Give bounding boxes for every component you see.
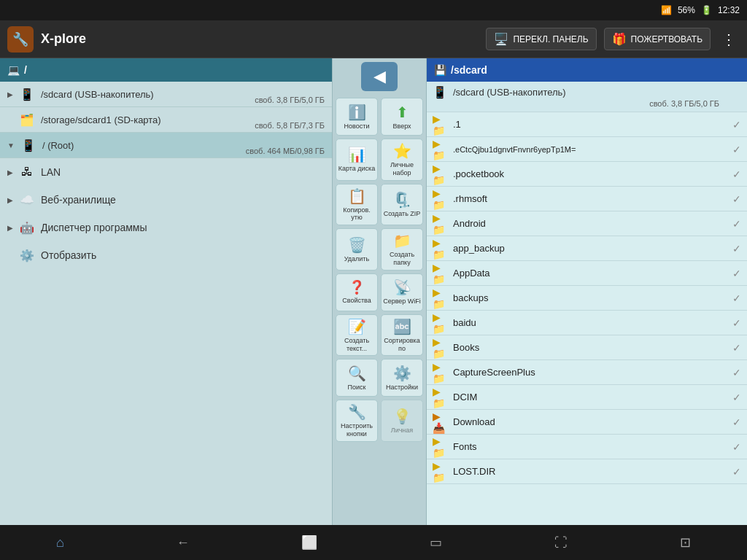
right-item-fonts[interactable]: ▶ 📁 Fonts ✓	[427, 435, 747, 459]
tool-newfolder[interactable]: 📁 Создать папку	[381, 228, 423, 271]
folder-icon: ▶ 📁	[433, 267, 447, 280]
right-item-label: .1	[453, 119, 727, 130]
tool-diskmap-label: Карта диска	[338, 165, 376, 173]
right-sdcard-label: /sdcard (USB-накопитель)	[453, 87, 566, 98]
folder-icon: ▶ 📁	[433, 168, 447, 181]
tool-custombtn[interactable]: 🔧 Настроить кнопки	[336, 400, 378, 442]
tool-wifiserver-label: Сервер WiFi	[383, 298, 421, 306]
right-item-capturescreenplus[interactable]: ▶ 📁 CaptureScreenPlus ✓	[427, 360, 747, 385]
tool-search[interactable]: 🔍 Поиск	[336, 359, 378, 397]
tool-bookmarks-label: Личные набор	[383, 161, 421, 177]
right-item-rhmsoft[interactable]: ▶ 📁 .rhmsoft ✓	[427, 187, 747, 211]
right-item-books[interactable]: ▶ 📁 Books ✓	[427, 335, 747, 360]
back-nav-button[interactable]: ←	[162, 529, 204, 556]
apps-icon: 🤖	[19, 219, 35, 236]
right-item-label: app_backup	[453, 243, 727, 254]
fullscreen-button[interactable]: ⛶	[540, 529, 582, 556]
check-icon: ✓	[732, 168, 741, 180]
personal-icon: 💡	[393, 408, 411, 425]
tool-newtext[interactable]: 📝 Создать текст...	[336, 314, 378, 357]
recents-button[interactable]: ⬜	[287, 529, 332, 556]
overview-button[interactable]: ▭	[415, 529, 457, 556]
right-item-android[interactable]: ▶ 📁 Android ✓	[427, 211, 747, 236]
lan-label: LAN	[41, 166, 61, 178]
left-item-lan[interactable]: ▶ 🖧 LAN	[0, 158, 332, 186]
tool-copy[interactable]: 📋 Копиров. утю	[336, 184, 378, 226]
donate-button[interactable]: 🎁 ПОЖЕРТВОВАТЬ	[604, 28, 711, 50]
tool-bookmarks[interactable]: ⭐ Личные набор	[381, 139, 423, 181]
tool-settings[interactable]: ⚙️ Настройки	[381, 359, 423, 397]
web-label: Веб-хранилище	[41, 194, 116, 206]
left-item-display[interactable]: ▶ ⚙️ Отобразить	[0, 241, 332, 269]
folder-icon: ▶ 📁	[433, 192, 447, 206]
donate-icon: 🎁	[612, 32, 627, 46]
left-item-apps[interactable]: ▶ 🤖 Диспетчер программы	[0, 214, 332, 241]
check-icon: ✓	[732, 243, 741, 254]
check-icon: ✓	[732, 119, 741, 131]
right-panel-path: /sdcard	[451, 64, 487, 76]
check-icon: ✓	[732, 193, 741, 205]
tool-properties[interactable]: ❓ Свойства	[336, 273, 378, 311]
tool-diskmap[interactable]: 📊 Карта диска	[336, 139, 378, 181]
custombtn-icon: 🔧	[348, 403, 366, 421]
check-icon: ✓	[732, 441, 741, 453]
right-item-lostdir[interactable]: ▶ 📁 LOST.DIR ✓	[427, 459, 747, 484]
tool-newfolder-label: Создать папку	[383, 251, 421, 267]
right-item-baidu[interactable]: ▶ 📁 baidu ✓	[427, 311, 747, 335]
switch-panel-button[interactable]: 🖥️ ПЕРЕКЛ. ПАНЕЛЬ	[486, 28, 596, 50]
right-item-pocketbook[interactable]: ▶ 📁 .pocketbook ✓	[427, 162, 747, 187]
left-item-sdcard1[interactable]: ▶ 🗂️ /storage/sdcard1 (SD-карта) своб. 5…	[0, 107, 332, 133]
signal-icon: 📶	[661, 5, 672, 15]
right-item-appdata[interactable]: ▶ 📁 AppData ✓	[427, 261, 747, 286]
right-panel: 💾 /sdcard 📱 /sdcard (USB-накопитель) сво…	[427, 58, 747, 525]
right-item-dcim[interactable]: ▶ 📁 DCIM ✓	[427, 385, 747, 410]
expand-arrow-apps: ▶	[7, 224, 13, 232]
tool-custombtn-label: Настроить кнопки	[338, 422, 376, 438]
left-panel-path: /	[24, 64, 27, 76]
lan-icon: 🖧	[19, 164, 35, 180]
left-item-sdcard[interactable]: ▶ 📱 /sdcard (USB-накопитель) своб. 3,8 Г…	[0, 82, 332, 107]
expand-arrow-web: ▶	[7, 196, 13, 204]
up-icon: ⬆	[396, 104, 409, 121]
right-item-dot1[interactable]: ▶ 📁 .1 ✓	[427, 112, 747, 137]
tool-zip[interactable]: 🗜️ Создать ZIP	[381, 184, 423, 226]
tool-delete[interactable]: 🗑️ Удалить	[336, 228, 378, 271]
tool-up[interactable]: ⬆ Вверх	[381, 98, 423, 136]
tool-newtext-label: Создать текст...	[338, 337, 376, 353]
tool-search-label: Поиск	[348, 384, 366, 392]
bookmarks-icon: ⭐	[393, 142, 411, 160]
right-sdcard-row[interactable]: 📱 /sdcard (USB-накопитель) своб. 3,8 ГБ/…	[427, 82, 747, 112]
right-item-appbackup[interactable]: ▶ 📁 app_backup ✓	[427, 236, 747, 261]
status-bar: 📶 56% 🔋 12:32	[0, 0, 747, 20]
check-icon: ✓	[732, 292, 741, 304]
right-item-download[interactable]: ▶ 📥 Download ✓	[427, 410, 747, 435]
right-panel-header: 💾 /sdcard	[427, 58, 747, 82]
right-item-label: DCIM	[453, 392, 727, 402]
tool-personal[interactable]: 💡 Личная	[381, 400, 423, 442]
sort-icon: 🔤	[393, 318, 411, 335]
right-item-label: Books	[453, 342, 727, 353]
split-button[interactable]: ⊡	[665, 529, 705, 556]
home-button[interactable]: ⌂	[42, 529, 79, 556]
folder-icon: ▶ 📁	[433, 118, 447, 131]
sdcard1-icon: 🗂️	[19, 112, 35, 128]
left-item-web[interactable]: ▶ ☁️ Веб-хранилище	[0, 186, 332, 214]
right-item-backups[interactable]: ▶ 📁 backups ✓	[427, 286, 747, 311]
tool-wifiserver[interactable]: 📡 Сервер WiFi	[381, 273, 423, 311]
back-button[interactable]: ◀	[361, 62, 398, 91]
web-icon: ☁️	[19, 192, 35, 208]
battery-icon: 🔋	[701, 5, 712, 15]
check-icon: ✓	[732, 144, 741, 155]
right-item-label: Download	[453, 416, 727, 427]
check-icon: ✓	[732, 317, 741, 329]
download-folder-icon: ▶ 📥	[433, 416, 447, 429]
more-button[interactable]: ⋮	[718, 31, 740, 48]
nav-bar: ⌂ ← ⬜ ▭ ⛶ ⊡	[0, 525, 747, 560]
right-item-ectc[interactable]: ▶ 📁 .eCtcQjbu1dgnvtFnvnr6yepTp1M= ✓	[427, 137, 747, 162]
tool-sort[interactable]: 🔤 Сортировка по	[381, 314, 423, 357]
left-item-root[interactable]: ▼ 📱 / (Root) своб. 464 МБ/0,98 ГБ	[0, 133, 332, 158]
display-icon: ⚙️	[19, 247, 35, 263]
tool-news[interactable]: ℹ️ Новости	[336, 98, 378, 136]
tool-zip-label: Создать ZIP	[384, 210, 421, 218]
left-panel-icon: 💻	[7, 64, 20, 76]
